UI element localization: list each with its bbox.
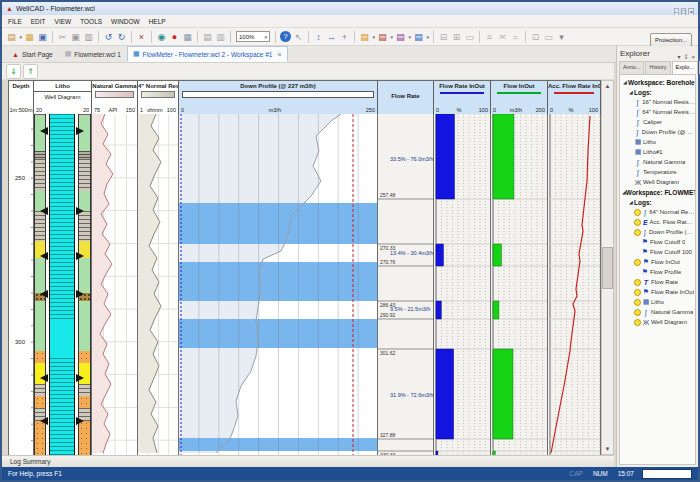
scroll-thumb[interactable]	[602, 247, 613, 289]
tree-group[interactable]: ◢Workspace: Borehole	[620, 77, 695, 87]
new-histogram-icon[interactable]: ▤▾	[376, 30, 389, 43]
column-header-frio[interactable]: Flow Rate InOut0%100	[434, 81, 491, 114]
table-icon[interactable]: ▦	[181, 30, 194, 43]
compass-icon[interactable]: ◉	[155, 30, 168, 43]
fit-width-icon[interactable]: ↔	[325, 30, 338, 43]
pointer-icon[interactable]: ↖	[292, 30, 305, 43]
log-content[interactable]: 25030033.5% - 76.0m3/h257.4813.4% - 30.4…	[9, 114, 601, 456]
tab-close-icon[interactable]: ×	[277, 51, 281, 58]
menu-window[interactable]: WINDOW	[111, 18, 140, 25]
tree-item-flow-cutoff-0[interactable]: ⚑Flow Cutoff 0	[620, 237, 695, 247]
tree-item-natural-gamma[interactable]: ∫Natural Gamma	[620, 157, 695, 167]
visibility-bulb-icon[interactable]	[634, 309, 641, 316]
tree-item-well-diagram[interactable]: ЖWell Diagram	[620, 177, 695, 187]
tab-flowmeter-flowmeter-wcl-2-work[interactable]: ▦FlowMeter - Flowmeter.wcl 2 - Workspace…	[127, 46, 288, 62]
scroll-down-icon[interactable]: ▼	[605, 444, 611, 454]
tree-item-acc-flow-rate-inout[interactable]: EAcc. Flow Rate InOut	[620, 217, 695, 227]
zoom-select[interactable]: 100%▾	[236, 31, 270, 42]
explorer-tab-anno[interactable]: Anno...	[619, 61, 644, 74]
tab-start-page[interactable]: ▲Start Page	[6, 46, 59, 62]
menu-help[interactable]: HELP	[149, 18, 166, 25]
visibility-bulb-icon[interactable]	[634, 289, 641, 296]
tree-item-flow-rate-inout[interactable]: ⚑Flow Rate InOut	[620, 287, 695, 297]
panel-menu-icon[interactable]: ▾	[677, 54, 680, 60]
print-icon[interactable]: ▤	[201, 30, 214, 43]
column-header-depth[interactable]: Depth1m:500m	[9, 81, 34, 114]
new-workspace-icon[interactable]: ▤▾	[412, 30, 425, 43]
vertical-scrollbar[interactable]: ▲ ▼	[601, 80, 614, 455]
cascade-icon[interactable]: ▭	[463, 30, 476, 43]
tree-item-flow-profile[interactable]: ⚑Flow Profile	[620, 267, 695, 277]
tree-item-temperature[interactable]: ∫Temperature	[620, 167, 695, 177]
tree-item-down-profile-227-[interactable]: ∫Down Profile (@ 227 ...	[620, 127, 695, 137]
column-header-litho[interactable]: LithoWell Diagram2020	[34, 81, 92, 114]
save-icon[interactable]: ▣	[36, 30, 49, 43]
explorer-tab-history[interactable]: History	[645, 61, 670, 74]
tab-flowmeter-wcl-1[interactable]: ▤Flowmeter.wcl 1	[59, 46, 127, 62]
tree-item-down-profile-227-[interactable]: ∫Down Profile (@ 227 ...	[620, 227, 695, 237]
column-header-dp[interactable]: Down Profile (@ 227 m3/h)0m3/h250	[179, 81, 378, 114]
align-top-icon[interactable]: ≡	[483, 30, 496, 43]
tree-group[interactable]: ◢Logs:	[620, 87, 695, 97]
print-preview-icon[interactable]: ▥	[214, 30, 227, 43]
align-middle-icon[interactable]: ≍	[496, 30, 509, 43]
tree-item-64-normal-resistivity[interactable]: ∫64" Normal Resistivity	[620, 207, 695, 217]
tree-item-litho[interactable]: ▦Litho	[620, 137, 695, 147]
new-log-icon[interactable]: ▤▾	[358, 30, 371, 43]
tree-group[interactable]: ◢Logs:	[620, 197, 695, 207]
tree-group[interactable]: ◢Workspace: FLOWMETER	[620, 187, 695, 197]
tree-item-well-diagram[interactable]: ЖWell Diagram	[620, 317, 695, 327]
new-histogram-icon-dropdown[interactable]: ▾	[390, 34, 393, 40]
new-crossplot-icon-dropdown[interactable]: ▾	[408, 34, 411, 40]
undo-icon[interactable]: ↺	[102, 30, 115, 43]
menu-file[interactable]: FILE	[8, 18, 22, 25]
new-document-icon-dropdown[interactable]: ▾	[19, 34, 22, 40]
menu-edit[interactable]: EDIT	[31, 18, 46, 25]
delete-icon[interactable]: ×	[135, 30, 148, 43]
insert-log-icon[interactable]: ⇓	[6, 64, 21, 79]
tree-item-16-normal-resistivity[interactable]: ∫16" Normal Resistivity	[620, 97, 695, 107]
log-summary-bar[interactable]: Log Summary	[2, 455, 614, 467]
tree-item-litho[interactable]: ▦Litho	[620, 297, 695, 307]
visibility-bulb-icon[interactable]	[634, 209, 641, 216]
redo-icon[interactable]: ↻	[115, 30, 128, 43]
explorer-tab-explo[interactable]: Explo...	[672, 61, 698, 74]
visibility-bulb-icon[interactable]	[634, 219, 641, 226]
record-icon[interactable]: ●	[168, 30, 181, 43]
column-header-fr[interactable]: Flow Rate	[378, 81, 434, 114]
new-document-icon[interactable]: ▤▾	[5, 30, 18, 43]
actual-size-icon[interactable]: +	[338, 30, 351, 43]
column-header-res[interactable]: 4" Normal Resistivi1ohmm100	[138, 81, 179, 114]
tree-item-flow-rate[interactable]: TFlow Rate	[620, 277, 695, 287]
help-icon[interactable]: ?	[280, 31, 291, 42]
visibility-bulb-icon[interactable]	[634, 259, 641, 266]
menu-view[interactable]: VIEW	[55, 18, 72, 25]
fit-height-icon[interactable]: ↕	[312, 30, 325, 43]
cut-icon[interactable]: ✂	[56, 30, 69, 43]
new-log-icon-dropdown[interactable]: ▾	[372, 34, 375, 40]
tile-vertical-icon[interactable]: ⊞	[450, 30, 463, 43]
tree-item-64-normal-resistivity[interactable]: ∫64" Normal Resistivity	[620, 107, 695, 117]
zoom-dropdown-icon[interactable]: ▾	[264, 34, 267, 40]
visibility-bulb-icon[interactable]	[634, 319, 641, 326]
visibility-bulb-icon[interactable]	[634, 279, 641, 286]
link-icon[interactable]: ⊡	[529, 30, 542, 43]
tree-item-natural-gamma[interactable]: ∫Natural Gamma	[620, 307, 695, 317]
menu-tools[interactable]: TOOLS	[80, 18, 102, 25]
toolbar-overflow-icon[interactable]: ▾	[555, 30, 568, 43]
tile-horizontal-icon[interactable]: ⊟	[437, 30, 450, 43]
open-icon[interactable]: ▦	[23, 30, 36, 43]
visibility-bulb-icon[interactable]	[634, 229, 641, 236]
pin-icon[interactable]: ↧	[683, 54, 688, 60]
scroll-up-icon[interactable]: ▲	[605, 81, 611, 91]
new-crossplot-icon[interactable]: ▤▾	[394, 30, 407, 43]
tree-item-flow-inout[interactable]: ⚑Flow InOut	[620, 257, 695, 267]
tree-item-litho-1[interactable]: ▦Litho#1	[620, 147, 695, 157]
visibility-bulb-icon[interactable]	[634, 299, 641, 306]
new-workspace-icon-dropdown[interactable]: ▾	[426, 34, 429, 40]
column-header-fio[interactable]: Flow InOut0m3/h200	[491, 81, 548, 114]
align-bottom-icon[interactable]: =	[509, 30, 522, 43]
paste-icon[interactable]: ▥	[82, 30, 95, 43]
column-header-ng[interactable]: Natural Gamma75API150	[92, 81, 138, 114]
tree-item-caliper[interactable]: ∫Caliper	[620, 117, 695, 127]
